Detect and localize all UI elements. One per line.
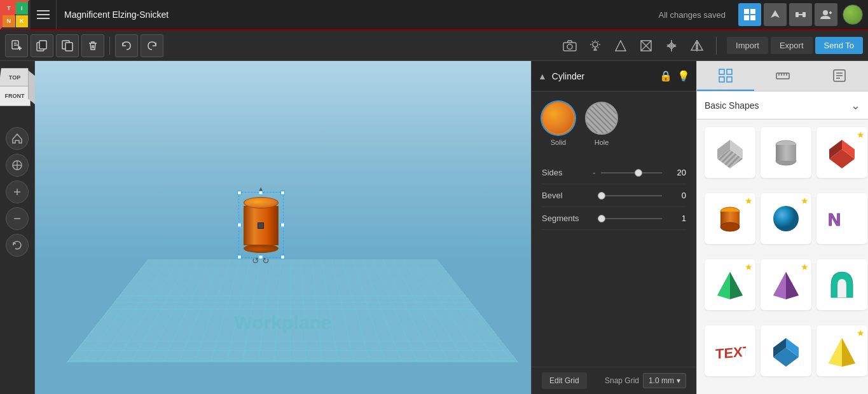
- menu-icon[interactable]: [37, 8, 50, 21]
- svg-rect-19: [39, 41, 46, 49]
- sides-row: Sides - 20: [542, 161, 686, 184]
- project-title: Magnificent Elzing-Snicket: [64, 10, 658, 20]
- shape-cylinder-orange-preview: [712, 201, 748, 236]
- align-button[interactable]: [660, 34, 683, 57]
- cylinder-body: [244, 206, 279, 245]
- cylinder-object[interactable]: ▲: [244, 184, 279, 266]
- svg-text:TEXT: TEXT: [715, 343, 746, 362]
- toolbar-sep2: [716, 37, 717, 55]
- collapse-icon[interactable]: ▲: [538, 71, 547, 81]
- svg-rect-7: [796, 12, 799, 17]
- svg-rect-6: [750, 15, 755, 20]
- shape-star-icon: ★: [801, 196, 809, 206]
- shape-panel-title: Cylinder: [552, 71, 654, 81]
- avatar[interactable]: [843, 4, 863, 25]
- shape-box-striped[interactable]: [705, 127, 755, 178]
- save-status: All changes saved: [658, 10, 726, 20]
- solid-option[interactable]: Solid: [542, 102, 575, 146]
- fit-view-button[interactable]: [6, 154, 29, 177]
- add-user-button[interactable]: [815, 3, 837, 26]
- circuit-button[interactable]: [789, 3, 812, 26]
- export-button[interactable]: Export: [771, 37, 813, 54]
- duplicate-button[interactable]: [56, 34, 79, 57]
- plane-button[interactable]: [635, 34, 658, 57]
- shapes-category-header: Basic Shapes ⌄: [697, 92, 868, 119]
- svg-rect-3: [744, 9, 749, 14]
- svg-rect-52: [719, 77, 724, 82]
- bulb-icon[interactable]: 💡: [677, 70, 690, 82]
- shape-cylinder-gray[interactable]: [761, 127, 811, 178]
- workplane-label: Workplane: [235, 312, 332, 334]
- toolbar-right-tools: [558, 34, 708, 57]
- redo-button[interactable]: [141, 34, 163, 57]
- shape-text-3d[interactable]: N: [816, 193, 867, 244]
- shapes-button[interactable]: [609, 34, 632, 57]
- shapes-category-label: Basic Shapes: [705, 100, 759, 111]
- shape-sphere-blue[interactable]: ★: [761, 193, 811, 244]
- svg-marker-34: [616, 41, 626, 51]
- svg-marker-92: [842, 338, 855, 367]
- shape-pyramid-green[interactable]: ★: [705, 259, 755, 310]
- mirror-button[interactable]: [685, 34, 708, 57]
- svg-point-26: [593, 42, 598, 47]
- logo-n: N: [3, 15, 15, 28]
- shape-text-red[interactable]: TEXT: [705, 325, 755, 376]
- light-button[interactable]: [584, 34, 607, 57]
- shape-text-3d-preview: N: [824, 201, 860, 236]
- shape-cylinder-orange[interactable]: ★: [705, 193, 755, 244]
- shape-sphere-blue-preview: [768, 201, 804, 236]
- tab-notes[interactable]: [811, 61, 868, 91]
- snap-grid-control: Snap Grid 1.0 mm ▾: [605, 372, 686, 389]
- edit-grid-button[interactable]: Edit Grid: [542, 372, 587, 389]
- undo-button[interactable]: [115, 34, 138, 57]
- tab-ruler[interactable]: [754, 61, 811, 91]
- tab-grid[interactable]: [697, 61, 754, 91]
- import-button[interactable]: Import: [727, 37, 768, 54]
- shape-pyramid-purple[interactable]: ★: [761, 259, 811, 310]
- sides-slider[interactable]: -: [593, 168, 667, 178]
- reset-view-button[interactable]: [6, 234, 29, 257]
- shape-pyramid-yellow[interactable]: ★: [816, 325, 867, 376]
- grid-view-button[interactable]: [738, 3, 761, 26]
- camera-button[interactable]: [558, 34, 581, 57]
- shape-box-blue-preview: [768, 333, 804, 369]
- bevel-slider[interactable]: [593, 195, 667, 196]
- svg-rect-0: [37, 10, 50, 11]
- svg-point-78: [720, 222, 740, 231]
- shapes-category-dropdown[interactable]: ⌄: [851, 98, 860, 112]
- segments-slider[interactable]: [593, 218, 667, 219]
- svg-marker-86: [773, 272, 786, 299]
- zoom-in-button[interactable]: [6, 180, 29, 203]
- delete-button[interactable]: [81, 34, 104, 57]
- zoom-out-button[interactable]: [6, 207, 29, 230]
- hole-option[interactable]: Hole: [585, 102, 618, 146]
- top-icons: [738, 3, 863, 26]
- shapes-grid: ★ ★ ★ N: [697, 119, 868, 394]
- svg-line-28: [598, 41, 598, 42]
- svg-rect-4: [750, 9, 755, 14]
- svg-marker-83: [717, 272, 730, 299]
- segments-track: [598, 218, 662, 219]
- shape-box-red[interactable]: ★: [816, 127, 867, 178]
- new-button[interactable]: [5, 34, 28, 57]
- svg-rect-21: [65, 43, 72, 51]
- build-button[interactable]: [764, 3, 787, 26]
- segments-thumb[interactable]: [598, 215, 605, 222]
- viewport[interactable]: Workplane ▲: [35, 61, 531, 394]
- shape-box-blue[interactable]: [761, 325, 811, 376]
- home-view-button[interactable]: [6, 127, 29, 150]
- sendto-button[interactable]: Send To: [815, 37, 863, 54]
- shape-arch-teal[interactable]: [816, 259, 867, 310]
- shape-pyramid-purple-preview: [768, 267, 804, 302]
- lock-icon[interactable]: 🔒: [659, 70, 672, 82]
- snap-grid-value-display[interactable]: 1.0 mm ▾: [643, 373, 686, 388]
- shape-star-icon: ★: [745, 262, 753, 272]
- bevel-track: [598, 195, 662, 196]
- orientation-cube[interactable]: TOP FRONT: [0, 66, 37, 117]
- shapes-library-panel: Basic Shapes ⌄ ★: [696, 61, 868, 394]
- app-logo[interactable]: T I N K: [0, 0, 31, 30]
- bottom-buttons: Edit Grid Snap Grid 1.0 mm ▾: [532, 367, 696, 394]
- copy-button[interactable]: [31, 34, 53, 57]
- bevel-thumb[interactable]: [598, 192, 605, 200]
- sides-thumb[interactable]: [635, 169, 642, 177]
